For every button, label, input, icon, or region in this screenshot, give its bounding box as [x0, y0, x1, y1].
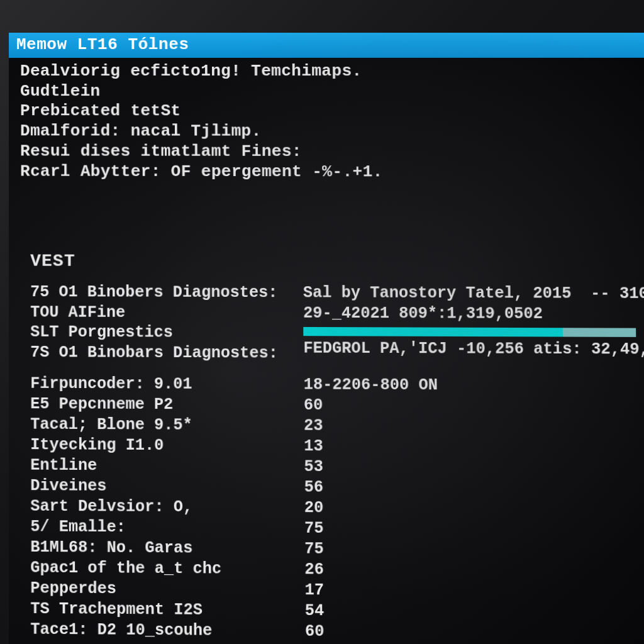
section-heading-text: VEST — [30, 252, 75, 271]
row-value: 13 — [304, 436, 644, 458]
row-label: 5/ Emalle: — [30, 517, 304, 539]
readings-table: Firpuncoder: 9.0118-2206-800 ON E5 Pepcn… — [9, 374, 644, 644]
diag-line: 75 O1 Binobers Diagnostes: — [30, 282, 303, 303]
row-value: 20 — [304, 498, 644, 521]
diag-info-line: FEDGROL PA,'ICJ -10,256 atis: 32,49,K — [303, 339, 644, 360]
row-value: 60 — [304, 396, 644, 418]
progress-bar — [303, 327, 636, 337]
diag-line: SLT Porgnestics — [30, 323, 303, 343]
row-label: Tacal; Blone 9.5* — [30, 415, 304, 436]
row-value: 54 — [305, 601, 644, 625]
row-label: Gpac1 of the a_t chc — [30, 558, 304, 580]
row-label: B1ML68: No. Garas — [30, 538, 304, 560]
row-value: 56 — [304, 477, 644, 500]
title-bar: Memow LT16 Tólnes — [9, 33, 644, 58]
row-label: Firpuncoder: 9.01 — [30, 374, 304, 396]
table-row: Tace1: D2 10_scouhe60 — [30, 619, 644, 644]
table-row: Ityecking I1.013 — [30, 435, 644, 458]
row-value: 75 — [304, 519, 644, 541]
screen: Memow LT16 Tólnes Dealviorig ecficto1ng!… — [9, 33, 644, 644]
diag-info-line: 29-_42021 809*:1,319,0502 — [303, 303, 644, 325]
table-row: Entline53 — [30, 456, 644, 480]
table-row: Diveines56 — [30, 476, 644, 500]
row-label: Tace1: D2 10_scouhe — [30, 619, 305, 642]
diagnostics-block: 75 O1 Binobers Diagnostes: TOU AIFine SL… — [9, 282, 644, 365]
row-value: 53 — [304, 457, 644, 479]
row-label: Diveines — [30, 476, 304, 498]
intro-line: Dmalforid: nacal Tjlimp. — [20, 121, 644, 142]
row-value: 23 — [304, 416, 644, 438]
intro-block: Dealviorig ecficto1ng! Temchimaps. Gudtl… — [9, 58, 644, 182]
diag-line: TOU AIFine — [30, 303, 303, 323]
row-value: 26 — [304, 560, 644, 582]
row-label: Ityecking I1.0 — [30, 435, 304, 457]
intro-line: Dealviorig ecficto1ng! Temchimaps. — [20, 62, 644, 82]
row-value: 18-2206-800 ON — [304, 375, 644, 397]
row-label: Sart Delvsior: O, — [30, 497, 304, 519]
intro-line: Resui dises itmatlamt Fines: — [20, 142, 644, 162]
row-label: TS Trachepment I2S — [30, 599, 304, 622]
diag-info-line: Sal by Tanostory Tatel, 2015 -- 310 — [303, 283, 644, 304]
row-label: Entline — [30, 456, 304, 478]
section-heading: VEST — [9, 252, 644, 273]
progress-bar-fill — [303, 327, 562, 337]
diagnostics-right: Sal by Tanostory Tatel, 2015 -- 310 29-_… — [303, 283, 644, 365]
intro-line: Gudtlein — [20, 82, 644, 102]
row-value: 17 — [304, 580, 644, 604]
intro-line: Prebicated tetSt — [20, 102, 644, 122]
row-label: Pepperdes — [30, 579, 304, 601]
title-bar-text: Memow LT16 Tólnes — [16, 35, 189, 54]
row-label: E5 Pepcnneme P2 — [30, 394, 304, 416]
diag-line: 7S O1 Binobars Diagnostes: — [30, 343, 303, 364]
table-row: E5 Pepcnneme P260 — [30, 394, 644, 418]
intro-line: Rcarl Abytter: OF epergement -%-.+1. — [20, 162, 644, 182]
table-row: Tacal; Blone 9.5*23 — [30, 415, 644, 438]
row-value: 75 — [304, 539, 644, 562]
table-row: Firpuncoder: 9.0118-2206-800 ON — [30, 374, 644, 397]
row-value: 60 — [305, 622, 644, 644]
diagnostics-left: 75 O1 Binobers Diagnostes: TOU AIFine SL… — [30, 282, 303, 364]
monitor-bezel: Memow LT16 Tólnes Dealviorig ecficto1ng!… — [0, 0, 644, 644]
